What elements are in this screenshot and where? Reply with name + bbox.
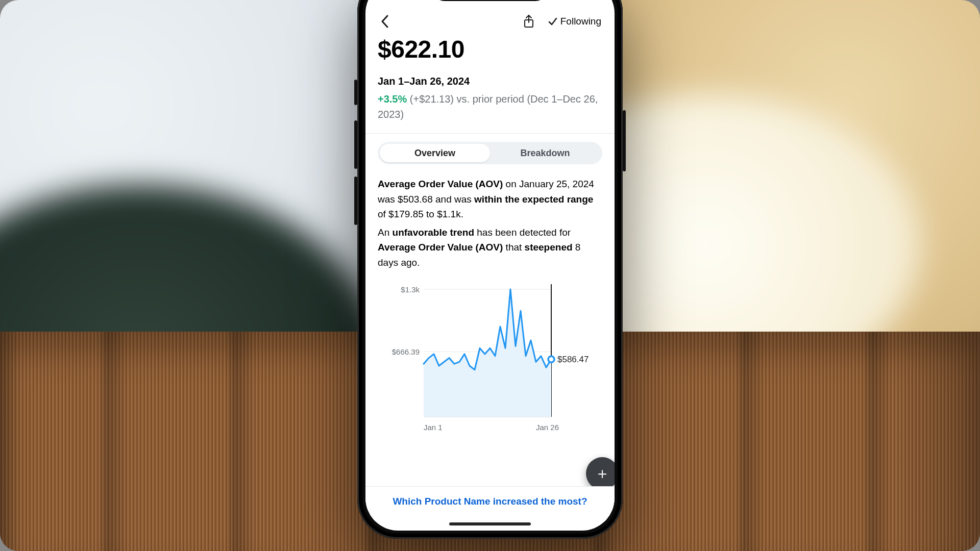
suggested-question[interactable]: Which Product Name increased the most? xyxy=(365,486,615,521)
chevron-left-icon xyxy=(381,15,389,28)
phone-volume-down xyxy=(354,177,357,225)
metric-value: $622.10 xyxy=(378,37,602,62)
chart-xtick-start: Jan 1 xyxy=(424,423,443,432)
chart-ytick-mid: $666.39 xyxy=(392,347,420,356)
status-bar: 9:41 xyxy=(365,0,615,10)
plus-icon: ＋ xyxy=(595,463,610,484)
suggested-question-link[interactable]: Which Product Name increased the most? xyxy=(393,496,587,507)
share-icon xyxy=(523,14,534,29)
phone-mute-switch xyxy=(354,80,357,105)
phone-side-button xyxy=(623,110,626,171)
status-time: 9:41 xyxy=(379,0,398,1)
insight-metric-name: Average Order Value (AOV) xyxy=(378,179,503,189)
tab-overview[interactable]: Overview xyxy=(380,144,490,162)
back-button[interactable] xyxy=(376,12,394,31)
phone-volume-up xyxy=(354,120,357,169)
aov-line-chart[interactable]: $1.3k $666.39 $586.47 Jan 1 Jan 26 xyxy=(378,279,602,437)
share-button[interactable] xyxy=(520,12,538,31)
check-icon xyxy=(548,17,557,26)
insight-text: Average Order Value (AOV) on January 25,… xyxy=(378,177,602,270)
follow-toggle[interactable]: Following xyxy=(545,14,604,29)
tab-bar: Overview Breakdown xyxy=(378,142,602,164)
nav-bar: Following xyxy=(365,10,615,35)
add-button[interactable]: ＋ xyxy=(586,457,615,490)
metric-content: $622.10 Jan 1–Jan 26, 2024 +3.5% (+$21.1… xyxy=(365,35,615,437)
divider xyxy=(365,133,615,134)
metric-date-range: Jan 1–Jan 26, 2024 xyxy=(378,76,602,87)
phone-frame: 9:41 xyxy=(357,0,623,539)
scene-stage: 9:41 xyxy=(0,0,980,551)
phone-screen: 9:41 xyxy=(365,0,615,531)
tab-breakdown[interactable]: Breakdown xyxy=(490,144,600,162)
metric-delta-pct: +3.5% xyxy=(378,93,407,105)
metric-compare: +3.5% (+$21.13) vs. prior period (Dec 1–… xyxy=(378,91,602,122)
chart-point-label: $586.47 xyxy=(557,355,589,364)
chart-ytick-top: $1.3k xyxy=(401,285,420,294)
home-indicator[interactable] xyxy=(449,522,531,525)
chart-svg: $1.3k $666.39 $586.47 Jan 1 Jan 26 xyxy=(378,279,602,437)
svg-point-13 xyxy=(548,356,554,362)
phone-notch xyxy=(431,0,549,1)
metric-delta-abs: (+$21.13) xyxy=(410,93,454,105)
chart-xtick-end: Jan 26 xyxy=(536,423,559,432)
follow-label: Following xyxy=(560,16,601,27)
